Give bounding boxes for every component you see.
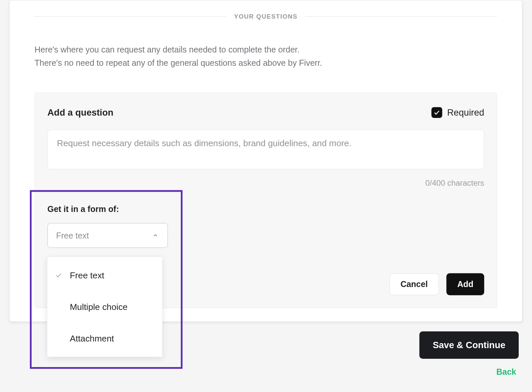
divider [305,16,497,17]
intro-line2: There's no need to repeat any of the gen… [35,56,497,69]
back-link[interactable]: Back [496,367,519,377]
section-header: YOUR QUESTIONS [10,0,522,20]
dropdown-option-label: Multiple choice [70,302,128,312]
intro-text: Here's where you can request any details… [10,20,522,69]
dropdown-option-label: Attachment [70,334,114,343]
answer-type-menu: Free text Multiple choice Attachment [47,257,163,357]
add-button[interactable]: Add [447,273,484,295]
required-label: Required [447,107,484,118]
question-input[interactable] [48,130,484,169]
divider [35,16,227,17]
dropdown-option-multiple-choice[interactable]: Multiple choice [48,291,162,323]
chevron-up-icon [153,233,159,239]
check-icon [433,109,440,116]
intro-line1: Here's where you can request any details… [35,43,497,56]
panel-title: Add a question [48,107,114,118]
dropdown-selected-value: Free text [56,231,89,240]
required-checkbox[interactable] [431,107,442,118]
check-icon [53,272,65,279]
answer-type-dropdown[interactable]: Free text [48,223,168,248]
cancel-button[interactable]: Cancel [389,273,439,295]
dropdown-option-free-text[interactable]: Free text [48,259,162,291]
save-continue-button[interactable]: Save & Continue [419,332,519,359]
section-title: YOUR QUESTIONS [234,13,298,20]
form-of-label: Get it in a form of: [48,204,484,214]
required-toggle[interactable]: Required [431,107,484,118]
char-counter: 0/400 characters [48,179,484,188]
dropdown-option-label: Free text [70,270,104,280]
dropdown-option-attachment[interactable]: Attachment [48,323,162,354]
